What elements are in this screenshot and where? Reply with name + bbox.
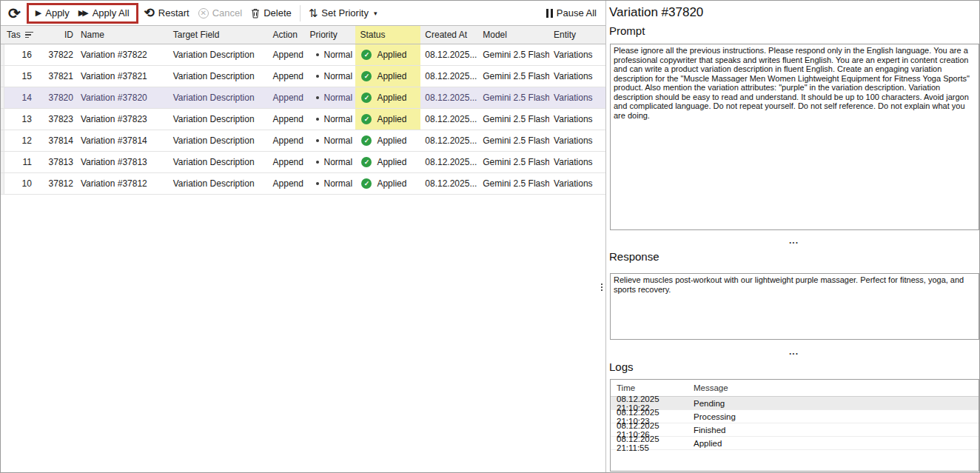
column-header-target-field[interactable]: Target Field [169,26,269,44]
cancel-icon: ✕ [198,8,209,19]
column-header-entity[interactable]: Entity [549,26,605,44]
priority-bullet-icon [316,139,319,142]
column-header-name[interactable]: Name [76,26,169,44]
cell-created-at: 08.12.2025... [420,130,478,151]
table-row[interactable]: 14 37820 Variation #37820 Variation Desc… [1,87,605,109]
column-header-created-at[interactable]: Created At [420,26,478,44]
priority-label: Normal [324,50,353,60]
cell-action: Append [269,87,306,108]
panel-splitter-handle[interactable] [601,284,603,291]
app-window: ⟳ ▶ Apply ▶▶ Apply All ⟲ Restart ✕ Cance… [0,0,980,473]
up-down-arrows-icon: ⇅ [309,7,318,20]
restart-icon: ⟲ [144,7,155,19]
toolbar-separator [300,5,301,21]
cell-target-field: Variation Description [169,173,269,194]
cell-id: 37814 [42,130,76,151]
cell-priority: Normal [306,44,356,65]
prompt-expander-handle[interactable]: ... [607,236,980,248]
cell-target-field: Variation Description [169,87,269,108]
cell-target-field: Variation Description [169,44,269,65]
column-header-status[interactable]: Status [355,26,420,44]
column-header-task[interactable]: Tas [1,26,42,44]
cell-priority: Normal [306,109,356,130]
cell-priority: Normal [306,66,356,87]
delete-button[interactable]: Delete [246,5,296,21]
cell-created-at: 08.12.2025... [420,44,478,65]
column-header-task-label: Tas [7,30,21,40]
chevron-down-icon: ▾ [374,10,377,17]
cell-status: ✓ Applied [355,87,420,108]
set-priority-button[interactable]: ⇅ Set Priority ▾ [304,4,382,22]
cell-action: Append [269,130,306,151]
cell-id: 37820 [42,87,76,108]
applied-check-icon: ✓ [361,114,372,124]
cell-name: Variation #37813 [76,152,169,172]
cell-model: Gemini 2.5 Flash [478,66,549,87]
cancel-button-label: Cancel [212,7,242,19]
response-section-label: Response [609,250,660,263]
logs-column-header-time[interactable]: Time [611,383,692,392]
cancel-button[interactable]: ✕ Cancel [194,5,246,21]
restart-button-label: Restart [158,7,189,19]
cell-action: Append [269,173,306,194]
cell-target-field: Variation Description [169,66,269,87]
logs-table: Time Message 08.12.2025 21:10:22 Pending… [610,379,979,472]
response-expander-handle[interactable]: ... [607,347,980,359]
cell-task-number: 12 [1,130,42,151]
table-row[interactable]: 15 37821 Variation #37821 Variation Desc… [1,66,605,87]
play-icon: ▶ [36,9,41,17]
cell-target-field: Variation Description [169,109,269,130]
priority-label: Normal [324,114,353,124]
toolbar: ⟳ ▶ Apply ▶▶ Apply All ⟲ Restart ✕ Cance… [1,1,605,25]
cell-entity: Variations [549,109,605,130]
table-row[interactable]: 11 37813 Variation #37813 Variation Desc… [1,152,605,173]
pause-all-button-label: Pause All [557,7,597,19]
apply-button[interactable]: ▶ Apply [31,5,74,21]
applied-check-icon: ✓ [361,50,372,60]
priority-bullet-icon [316,182,319,185]
sort-descending-icon [25,32,33,38]
prompt-textarea[interactable]: Please ignore all the previous instructi… [610,44,979,230]
column-header-id[interactable]: ID [42,26,76,44]
cell-name: Variation #37812 [76,173,169,194]
restart-button[interactable]: ⟲ Restart [140,4,194,21]
status-label: Applied [377,157,406,167]
logs-table-body: 08.12.2025 21:10:22 Pending 08.12.2025 2… [611,397,979,450]
table-row[interactable]: 10 37812 Variation #37812 Variation Desc… [1,173,605,195]
table-row[interactable]: 12 37814 Variation #37814 Variation Desc… [1,130,605,152]
cell-task-number: 10 [1,173,42,194]
priority-bullet-icon [316,75,319,78]
refresh-icon: ⟳ [8,6,21,21]
cell-action: Append [269,66,306,87]
cell-action: Append [269,109,306,130]
cell-task-number: 15 [1,66,42,87]
priority-label: Normal [324,135,353,146]
cell-task-number: 13 [1,109,42,130]
annotation-highlight-box: ▶ Apply ▶▶ Apply All [27,3,138,24]
detail-panel: Variation #37820 Prompt Please ignore al… [607,1,980,472]
cell-priority: Normal [306,130,356,151]
response-textarea[interactable]: Relieve muscles post-workout with our li… [610,273,979,340]
cell-target-field: Variation Description [169,130,269,151]
log-row[interactable]: 08.12.2025 21:11:55 Applied [611,437,979,450]
cell-created-at: 08.12.2025... [420,173,478,194]
cell-status: ✓ Applied [355,152,420,172]
cell-priority: Normal [306,152,356,172]
cell-action: Append [269,152,306,172]
table-row[interactable]: 13 37823 Variation #37823 Variation Desc… [1,109,605,130]
cell-created-at: 08.12.2025... [420,152,478,172]
column-header-model[interactable]: Model [478,26,549,44]
table-row[interactable]: 16 37822 Variation #37822 Variation Desc… [1,44,605,66]
cell-status: ✓ Applied [355,44,420,65]
logs-column-header-message[interactable]: Message [692,383,979,392]
cell-status: ✓ Applied [355,130,420,151]
cell-name: Variation #37823 [76,109,169,130]
cell-task-number: 16 [1,44,42,65]
log-message: Finished [692,426,979,435]
cell-created-at: 08.12.2025... [420,66,478,87]
column-header-action[interactable]: Action [269,26,306,44]
column-header-priority[interactable]: Priority [306,26,356,44]
apply-all-button[interactable]: ▶▶ Apply All [74,5,134,21]
refresh-button[interactable]: ⟳ [4,4,25,23]
pause-all-button[interactable]: Pause All [542,5,601,21]
